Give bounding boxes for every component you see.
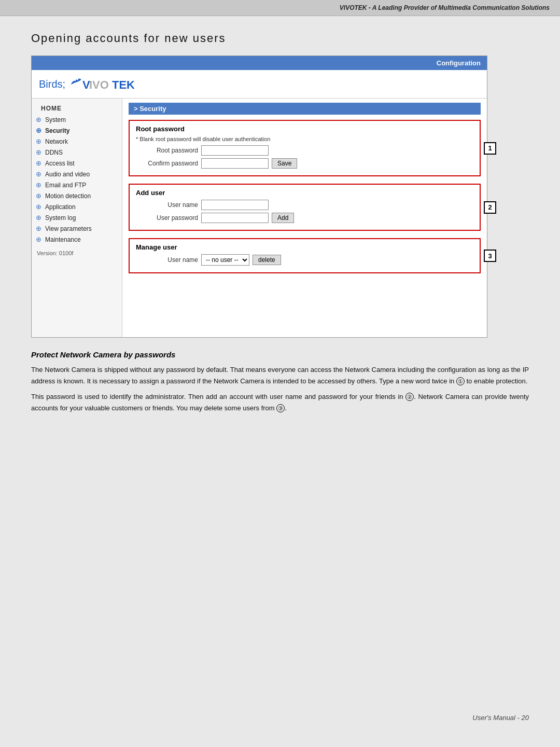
root-password-row: Root password — [136, 145, 473, 156]
sidebar-label-email-ftp: Email and FTP — [45, 182, 86, 189]
manage-user-row: User name -- no user -- delete — [136, 254, 473, 266]
ui-frame: Configuration Birds; V IVO TEK HOME — [31, 56, 487, 338]
sidebar-label-ddns: DDNS — [45, 149, 63, 156]
section1-wrapper: Root password * Blank root password will… — [129, 120, 481, 176]
circle-1: ① — [456, 377, 465, 385]
section-root-password: Root password * Blank root password will… — [129, 120, 481, 176]
main-panel: > Security Root password * Blank root pa… — [122, 99, 487, 337]
plus-icon-view-parameters: ⊕ — [36, 225, 43, 232]
sidebar-version: Version: 0100f — [32, 247, 122, 259]
page-title: Opening accounts for new users — [31, 32, 529, 45]
user-name-label: User name — [136, 201, 198, 209]
plus-icon-access-list: ⊕ — [36, 159, 43, 167]
save-button[interactable]: Save — [272, 158, 297, 169]
config-header: Configuration — [32, 56, 487, 70]
section3-wrapper: Manage user User name -- no user -- dele… — [129, 238, 481, 273]
plus-icon-system: ⊕ — [36, 116, 43, 123]
section2-wrapper: Add user User name User password Add 2 — [129, 184, 481, 231]
delete-button[interactable]: delete — [253, 255, 281, 265]
sidebar-label-application: Application — [45, 203, 76, 211]
breadcrumb: > Security — [129, 103, 481, 115]
plus-icon-audio-video: ⊕ — [36, 170, 43, 178]
sidebar-item-email-ftp[interactable]: ⊕ Email and FTP — [32, 179, 122, 190]
badge-1: 1 — [484, 142, 496, 155]
top-tagline-bar: VIVOTEK - A Leading Provider of Multimed… — [0, 0, 560, 16]
manage-user-name-label: User name — [136, 256, 198, 264]
section3-title: Manage user — [136, 243, 473, 251]
add-button[interactable]: Add — [272, 213, 294, 223]
manage-user-dropdown[interactable]: -- no user -- — [201, 254, 249, 266]
plus-icon-maintenance: ⊕ — [36, 236, 43, 243]
confirm-password-row: Confirm password Save — [136, 158, 473, 169]
plus-icon-email-ftp: ⊕ — [36, 181, 43, 189]
svg-text:IVO: IVO — [89, 78, 109, 91]
logo-bar: Birds; V IVO TEK — [32, 70, 487, 99]
subtitle: Protect Network Camera by passwords — [31, 350, 529, 359]
vivotek-logo: Birds; V IVO TEK — [39, 75, 134, 93]
root-password-label: Root password — [136, 147, 198, 154]
section1-title: Root password — [136, 125, 473, 133]
root-password-input[interactable] — [201, 145, 269, 156]
badge-2: 2 — [484, 201, 496, 214]
section1-note: * Blank root password will disable user … — [136, 136, 473, 142]
sidebar-label-security: Security — [45, 127, 69, 134]
sidebar-label-system-log: System log — [45, 214, 76, 222]
page-footer: User's Manual - 20 — [472, 714, 529, 722]
sidebar-label-network: Network — [45, 138, 68, 145]
sidebar-item-motion-detection[interactable]: ⊕ Motion detection — [32, 190, 122, 201]
body-text: The Network Camera is shipped without an… — [31, 364, 529, 414]
body-paragraph-2: This password is used to identify the ad… — [31, 391, 529, 414]
logo-svg: V IVO TEK — [67, 75, 134, 93]
frame-body: HOME ⊕ System ⊕ Security ⊕ Network ⊕ DDN… — [32, 99, 487, 337]
sidebar-label-maintenance: Maintenance — [45, 236, 81, 243]
sidebar-home[interactable]: HOME — [32, 103, 122, 114]
sidebar-item-audio-video[interactable]: ⊕ Audio and video — [32, 169, 122, 179]
user-name-input[interactable] — [201, 200, 269, 210]
section-manage-user: Manage user User name -- no user -- dele… — [129, 238, 481, 273]
sidebar-label-view-parameters: View parameters — [45, 225, 92, 232]
confirm-password-input[interactable] — [201, 158, 269, 169]
sidebar-item-maintenance[interactable]: ⊕ Maintenance — [32, 234, 122, 245]
svg-text:TEK: TEK — [112, 78, 134, 91]
plus-icon-network: ⊕ — [36, 137, 43, 145]
user-password-input[interactable] — [201, 213, 269, 223]
sidebar-item-access-list[interactable]: ⊕ Access list — [32, 158, 122, 169]
confirm-password-label: Confirm password — [136, 160, 198, 167]
logo-bird-icon: Birds; — [39, 77, 65, 91]
section2-title: Add user — [136, 189, 473, 197]
section-add-user: Add user User name User password Add — [129, 184, 481, 231]
plus-icon-motion-detection: ⊕ — [36, 192, 43, 200]
sidebar-label-audio-video: Audio and video — [45, 171, 90, 178]
sidebar-label-access-list: Access list — [45, 160, 75, 167]
plus-icon-application: ⊕ — [36, 203, 43, 211]
user-password-row: User password Add — [136, 213, 473, 223]
badge-3: 3 — [484, 250, 496, 262]
sidebar-item-system[interactable]: ⊕ System — [32, 114, 122, 125]
user-password-label: User password — [136, 214, 198, 222]
sidebar-item-network[interactable]: ⊕ Network — [32, 136, 122, 147]
plus-icon-security: ⊕ — [36, 127, 43, 134]
sidebar-item-view-parameters[interactable]: ⊕ View parameters — [32, 223, 122, 234]
config-label: Configuration — [437, 59, 481, 67]
plus-icon-system-log: ⊕ — [36, 214, 43, 222]
user-name-row: User name — [136, 200, 473, 210]
sidebar-item-security[interactable]: ⊕ Security — [32, 125, 122, 136]
sidebar-label-motion-detection: Motion detection — [45, 192, 91, 200]
sidebar-item-system-log[interactable]: ⊕ System log — [32, 212, 122, 223]
sidebar: HOME ⊕ System ⊕ Security ⊕ Network ⊕ DDN… — [32, 99, 122, 337]
circle-3: ③ — [276, 404, 285, 412]
body-paragraph-1: The Network Camera is shipped without an… — [31, 364, 529, 387]
tagline-text: VIVOTEK - A Leading Provider of Multimed… — [340, 4, 550, 11]
sidebar-item-application[interactable]: ⊕ Application — [32, 201, 122, 212]
sidebar-label-system: System — [45, 116, 66, 123]
sidebar-item-ddns[interactable]: ⊕ DDNS — [32, 147, 122, 158]
plus-icon-ddns: ⊕ — [36, 148, 43, 156]
circle-2: ② — [405, 393, 414, 401]
